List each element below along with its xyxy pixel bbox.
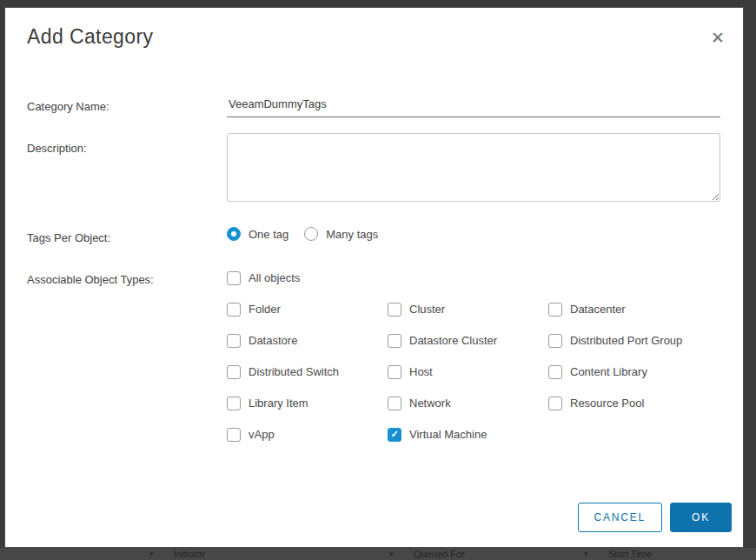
description-textarea[interactable] — [227, 133, 720, 202]
checkbox-datastore[interactable]: ✓ Datastore — [227, 333, 388, 348]
add-category-dialog: Add Category ✕ Category Name: Descriptio… — [4, 7, 744, 548]
checkbox-datacenter[interactable]: ✓ Datacenter — [548, 302, 731, 317]
filter-caret-icon: ▾ — [584, 548, 588, 560]
checkbox-distributed-port-group[interactable]: ✓ Distributed Port Group — [548, 333, 731, 348]
checkbox-content-library[interactable]: ✓ Content Library — [548, 364, 731, 379]
checkbox-folder[interactable]: ✓ Folder — [227, 302, 388, 317]
checkbox-icon: ✓ — [227, 334, 241, 348]
checkbox-vapp[interactable]: ✓ vApp — [227, 427, 388, 442]
checkbox-distributed-switch[interactable]: ✓ Distributed Switch — [227, 364, 388, 379]
checkbox-icon: ✓ — [388, 428, 401, 442]
checkbox-virtual-machine[interactable]: ✓ Virtual Machine — [388, 427, 548, 442]
checkbox-icon: ✓ — [227, 365, 241, 379]
checkbox-icon: ✓ — [548, 397, 562, 410]
radio-icon — [304, 227, 318, 241]
checkbox-icon: ✓ — [227, 428, 241, 442]
category-name-label: Category Name: — [27, 100, 109, 113]
sort-down-icon: ↓ — [666, 548, 671, 560]
tags-per-object-label: Tags Per Object: — [27, 231, 110, 244]
dialog-actions: CANCEL OK — [578, 503, 732, 532]
checkbox-library-item[interactable]: ✓ Library Item — [227, 396, 388, 410]
checkbox-icon: ✓ — [227, 271, 241, 285]
category-name-input[interactable] — [227, 93, 720, 117]
background-column-initiator: Initiator — [174, 548, 205, 560]
checkbox-icon: ✓ — [227, 397, 241, 410]
radio-many-tags[interactable]: Many tags — [304, 227, 378, 241]
checkbox-icon: ✓ — [227, 303, 241, 317]
checkbox-resource-pool[interactable]: ✓ Resource Pool — [548, 396, 731, 410]
tags-per-object-radio-group: One tag Many tags — [227, 227, 378, 241]
dialog-title: Add Category — [27, 25, 153, 49]
checkbox-cluster[interactable]: ✓ Cluster — [388, 302, 548, 317]
associable-object-types-label: Associable Object Types: — [27, 273, 154, 286]
description-label: Description: — [27, 142, 87, 155]
checkbox-all-objects[interactable]: ✓ All objects — [227, 270, 300, 285]
background-table-header-strip: ▾ Initiator ▾ Queued For ▾ Start Time ↓ — [0, 548, 756, 560]
checkbox-icon: ✓ — [548, 334, 562, 348]
checkbox-icon: ✓ — [388, 303, 401, 317]
ok-button[interactable]: OK — [670, 503, 732, 532]
radio-icon — [227, 227, 241, 241]
background-column-queued-for: Queued For — [414, 548, 465, 560]
checkbox-icon: ✓ — [548, 365, 562, 379]
radio-one-tag[interactable]: One tag — [227, 227, 288, 241]
checkbox-icon: ✓ — [548, 303, 562, 317]
filter-caret-icon: ▾ — [149, 548, 154, 560]
object-types-grid: ✓ Folder ✓ Cluster ✓ Datacenter ✓ Datast… — [227, 302, 731, 442]
checkbox-datastore-cluster[interactable]: ✓ Datastore Cluster — [388, 333, 548, 348]
close-icon[interactable]: ✕ — [706, 27, 729, 50]
checkbox-icon: ✓ — [388, 365, 401, 379]
filter-caret-icon: ▾ — [389, 548, 394, 560]
checkbox-icon: ✓ — [388, 334, 401, 348]
checkbox-host[interactable]: ✓ Host — [388, 364, 548, 379]
checkbox-network[interactable]: ✓ Network — [388, 396, 548, 410]
cancel-button[interactable]: CANCEL — [578, 503, 662, 532]
background-column-start-time: Start Time — [608, 548, 652, 560]
checkbox-icon: ✓ — [388, 397, 401, 410]
